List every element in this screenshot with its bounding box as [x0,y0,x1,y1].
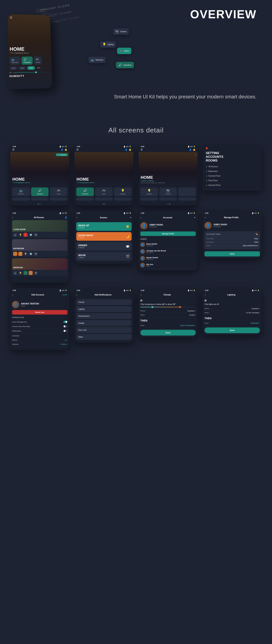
delete-user-btn[interactable]: Delete User [12,310,68,314]
when-value-lighting[interactable]: At Yea, Everyday › [246,312,260,314]
back-edit[interactable]: ‹ [12,294,13,296]
users-label: USERS [140,238,196,240]
ctrl-fan-living[interactable]: 💨 [28,233,33,237]
ctrl-fan-bath[interactable]: 💨 [28,252,33,256]
profile-icon-home1[interactable]: 👤 [61,148,63,151]
notif-climate[interactable]: Climate › [76,299,132,305]
bell-icon-home1[interactable]: 🔔 [65,148,67,151]
notif-lighting[interactable]: Lighting › [76,306,132,312]
room-first[interactable]: First Floor [208,178,258,183]
user-jurriaan[interactable]: 👤 Jurriaan van der Broek Household [140,248,196,255]
tile-speakers2[interactable]: 🔊 +Speakers [76,188,94,196]
ctrl-speaker-bath[interactable]: 🔊 [13,252,17,256]
ctrl-cam-living[interactable]: 📷 [34,233,38,237]
ctrl-tv-bed[interactable]: 📺 [13,271,17,275]
notif-water[interactable]: Water › [76,334,132,340]
send-value-climate[interactable]: Email & Notification › [180,324,196,326]
access-rooms-value[interactable]: All › [65,339,68,341]
back-accounts[interactable]: ‹ [141,216,142,219]
bell-icon-home3[interactable]: 🔔 [193,148,196,151]
where-value-climate[interactable]: Anywhere › [187,310,196,312]
room-all[interactable]: All Rooms [208,164,258,169]
ctrl-tv-living[interactable]: 📺 [13,233,17,237]
tile-lighting2[interactable]: 💡 Lighting [114,188,132,196]
ctrl-cam-bed[interactable]: 📷 [34,271,38,275]
profile-icon-home2[interactable]: 👤 [125,148,128,151]
user-nayah[interactable]: 👤 Nayah Tantoh Household [140,255,196,262]
back-rooms[interactable]: ‹ [12,216,13,219]
ctrl-fire-living[interactable]: 🔴 [24,233,28,237]
where-value-lighting[interactable]: Anywhere › [252,308,260,310]
name-jurriaan: Jurriaan van der Broek [146,250,166,252]
ctrl-light-bed[interactable]: 💡 [18,271,22,275]
ctrl-cam-bath[interactable]: 📷 [34,252,38,256]
cool-btn[interactable]: Cool [10,66,17,70]
tile-tv[interactable]: 📺 Television [12,188,30,196]
ctrl-temp-bath[interactable]: 🌡️ [18,252,22,256]
person-icon-rooms[interactable]: 👤 [65,216,67,219]
humidity-slider[interactable] [13,72,50,73]
room-basement[interactable]: Basement [208,169,258,174]
send-value-lighting[interactable]: Notification › [250,322,260,324]
tile-lighting3[interactable]: 💡 Lighting [140,188,158,196]
tile-game[interactable]: 🎮 Game [34,56,42,64]
toggle-notif[interactable] [63,330,68,332]
hamburger-home2[interactable]: ☰ [76,148,78,151]
game-chip-icon: 🎮 [120,49,123,52]
scene-movie[interactable]: MOVIE 1 Room 🎬 [76,252,132,260]
notif-entertainment[interactable]: Entertainment › [76,313,132,319]
wifi-icon3: WiFi [190,146,193,147]
tile-game2[interactable]: 🎮 Game [95,188,113,196]
room-ground[interactable]: Ground Floor [208,174,258,178]
close-button[interactable] [206,147,208,149]
notif-doorlock[interactable]: Door Lock › [76,327,132,333]
toggle-thumb [66,321,67,323]
back-climate[interactable]: ‹ [141,294,142,296]
notif-garage[interactable]: Garage › [76,320,132,326]
ctrl-light-living[interactable]: 💡 [18,233,22,237]
manage-profile-btn[interactable]: Manage Profile [140,232,196,236]
back-lighting[interactable]: ‹ [205,294,206,296]
back-profile[interactable]: ‹ [205,216,206,219]
hamburger-home3[interactable]: ☰ [141,148,143,151]
tile-speakers-active[interactable]: 🔊 +Speakers [31,188,49,196]
plus-scenes[interactable]: + [130,216,131,219]
wifi-rooms: WiFi [62,212,65,214]
hamburger-icon[interactable]: ☰ [10,16,48,20]
chevron-climate: › [129,301,130,303]
profile-icon-home3[interactable]: 👤 [189,148,192,151]
auto-btn[interactable]: Auto [27,66,35,70]
user-davea[interactable]: 👤 Davea Butler Household [140,241,196,248]
scene-goodnight[interactable]: GOOD NIGHT 4 Rooms 🌙 [76,232,132,241]
back-scenes[interactable]: ‹ [76,216,77,219]
toggle-remote[interactable] [63,325,68,328]
tile-game[interactable]: 🎮 Game [50,188,68,196]
done-btn-climate[interactable]: Done [140,330,196,336]
tile-television[interactable]: 📺 Television [10,56,20,65]
access-services-value[interactable]: 3 Rooms › [60,344,68,345]
back-notif[interactable]: ‹ [76,294,77,296]
tile-speakers[interactable]: 🔊 +Speakers [22,56,33,65]
scene-wakeup[interactable]: WAKE UP 3 Rooms ☀️ [76,222,132,231]
ctrl-light-bath[interactable]: 💡 [24,252,28,256]
room-second[interactable]: Second Floor [208,183,258,188]
bell-icon-home2[interactable]: 🔔 [129,148,131,151]
plus-accounts[interactable]: + [194,216,196,219]
save-edit[interactable]: SAVE [62,294,67,296]
header-climate: ‹ Climate [138,292,198,298]
ctrl-game-bed[interactable]: 🎮 [24,271,28,275]
when-value-climate[interactable]: At work › [189,314,196,316]
tile-camera3[interactable]: 📷 Camera [159,188,177,196]
user-qiu[interactable]: 👤 Qiu Xun Guest [140,262,196,269]
profile-user: 👤 GIBBY RADKI Household [204,222,260,229]
edit-icon[interactable]: ✏️ [256,233,258,236]
heat-btn[interactable]: Heat [18,66,26,70]
hamburger-home1[interactable]: ☰ [12,148,14,151]
ctrl-speaker-bed[interactable]: 🔊 [28,271,33,275]
temp-slider[interactable] [140,307,196,307]
done-btn-lighting[interactable]: Done [204,328,260,333]
scene-dinner[interactable]: DINNER 2 Rooms 🍽️ [76,242,132,251]
done-btn-profile[interactable]: Done [204,251,260,256]
toggle-home-mgmt[interactable] [63,321,68,323]
title-scenes: Scenes [100,216,107,219]
